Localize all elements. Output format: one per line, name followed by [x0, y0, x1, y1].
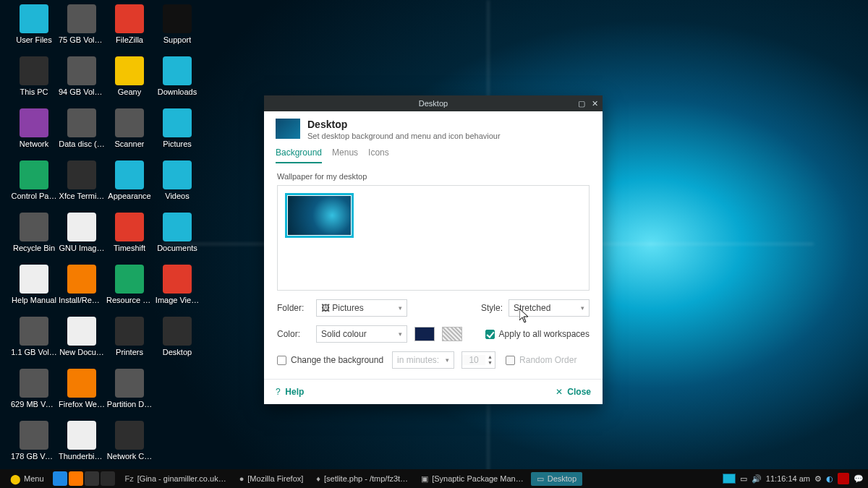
desktop-icon[interactable]: FileZilla — [106, 4, 153, 55]
desktop-icon[interactable]: 75 GB Volu… — [58, 4, 106, 55]
close-button[interactable]: ✕ Close — [556, 387, 591, 397]
desktop-icon[interactable]: Data disc (… — [58, 108, 106, 159]
desktop-icon[interactable]: 1.1 GB Vol… — [10, 317, 58, 367]
wallpaper-picker[interactable] — [277, 185, 590, 291]
desktop-icon[interactable]: New Docu… — [58, 317, 106, 367]
icon-label: Resource U… — [106, 296, 153, 304]
ql-firefox2-icon[interactable] — [69, 471, 83, 486]
icon-label: Control Pa… — [12, 192, 57, 200]
desktop-icon[interactable]: Partition D… — [106, 369, 153, 419]
app-icon — [163, 213, 192, 241]
taskbar-task[interactable]: ●[Mozilla Firefox] — [234, 472, 310, 486]
app-icon — [67, 160, 96, 189]
app-icon — [163, 160, 192, 189]
desktop-icon[interactable]: Network C… — [106, 421, 153, 471]
folder-combo[interactable]: 🖼 Pictures — [316, 299, 407, 317]
desktop-icon[interactable]: Image Vie… — [153, 265, 201, 315]
icon-label: Documents — [157, 244, 197, 252]
color-swatch-secondary[interactable] — [442, 327, 462, 341]
app-icon — [20, 56, 48, 85]
desktop-icon[interactable]: Desktop — [153, 317, 201, 367]
task-label: Desktop — [548, 474, 576, 483]
desktop-icon[interactable]: 94 GB Volu… — [58, 56, 106, 107]
icon-label: 629 MB Vol… — [11, 400, 57, 408]
tray-gear-icon[interactable]: ⚙ — [814, 474, 822, 484]
desktop-icon[interactable]: Printers — [106, 317, 153, 367]
menu-logo-icon: ⬤ — [10, 474, 21, 484]
desktop-icon[interactable]: Appearance — [106, 160, 153, 211]
tray-clock[interactable]: 11:16:14 am — [766, 474, 810, 483]
icon-label: Install/Rem… — [59, 296, 105, 304]
color-swatch-primary[interactable] — [414, 327, 435, 341]
tray-volume-icon[interactable]: 🔊 — [752, 474, 762, 484]
tab-background[interactable]: Background — [276, 145, 322, 163]
desktop-icon[interactable]: Timeshift — [106, 213, 153, 263]
taskbar-task[interactable]: ▣[Synaptic Package Man… — [415, 472, 529, 486]
desktop-icon[interactable]: Install/Rem… — [58, 265, 106, 315]
icon-label: Desktop — [163, 348, 192, 356]
apply-all-workspaces-checkbox[interactable]: Apply to all workspaces — [485, 329, 590, 339]
desktop-icon[interactable]: Videos — [153, 160, 201, 211]
desktop-icon[interactable]: Recycle Bin — [10, 213, 58, 263]
desktop-icon[interactable]: Xfce Termi… — [58, 160, 106, 211]
desktop-icon[interactable]: Network — [10, 108, 58, 159]
desktop-icon[interactable]: This PC — [10, 56, 58, 107]
desktop-icon[interactable]: Support — [153, 4, 201, 55]
style-combo[interactable]: Stretched — [509, 299, 590, 317]
tray-filezilla-icon[interactable] — [838, 473, 849, 484]
desktop-icon[interactable]: User Files — [10, 4, 58, 55]
menu-button[interactable]: ⬤ Menu — [4, 472, 50, 486]
icon-label: Videos — [165, 192, 189, 200]
tray-chat-icon[interactable]: 💬 — [854, 474, 864, 484]
close-window-button[interactable]: ✕ — [590, 98, 600, 108]
tab-menus[interactable]: Menus — [332, 145, 358, 163]
window-titlebar[interactable]: Desktop ▢ ✕ — [264, 95, 603, 111]
desktop-icon[interactable]: 629 MB Vol… — [10, 369, 58, 419]
icon-label: Printers — [116, 348, 143, 356]
maximize-button[interactable]: ▢ — [576, 98, 587, 108]
app-icon — [20, 4, 48, 33]
change-background-checkbox[interactable]: Change the background — [277, 355, 383, 365]
desktop-icon[interactable]: Downloads — [153, 56, 201, 107]
desktop-icon[interactable]: Scanner — [106, 108, 153, 159]
taskbar-task[interactable]: Fz[Gina - ginamiller.co.uk… — [119, 472, 232, 486]
desktop-icon[interactable]: Geany — [106, 56, 153, 107]
desktop-icon[interactable]: Firefox We… — [58, 369, 106, 419]
icon-label: User Files — [16, 35, 52, 44]
help-button[interactable]: ? Help — [276, 387, 304, 397]
wallpaper-thumbnail-selected[interactable] — [285, 193, 354, 238]
color-mode-combo[interactable]: Solid colour — [316, 325, 407, 343]
desktop-icon[interactable]: Documents — [153, 213, 201, 263]
app-icon — [163, 4, 192, 33]
desktop-icon[interactable]: Help Manual — [10, 265, 58, 315]
taskbar-task[interactable]: ♦[setlite.php - /tmp/fz3t… — [310, 472, 414, 486]
app-icon — [20, 421, 48, 450]
desktop-icon[interactable]: 178 GB Vol… — [10, 421, 58, 471]
taskbar-task[interactable]: ▭Desktop — [531, 472, 582, 486]
desktop-icon[interactable]: Control Pa… — [10, 160, 58, 211]
icon-label: FileZilla — [116, 35, 143, 44]
desktop-icon[interactable]: GNU Imag… — [58, 213, 106, 263]
task-icon: ♦ — [316, 474, 320, 483]
workspace-switcher[interactable] — [723, 474, 736, 484]
ql-terminal-icon[interactable] — [85, 471, 99, 486]
ql-firefox-icon[interactable] — [53, 471, 67, 486]
style-label: Style: — [474, 303, 503, 313]
icon-label: Geany — [118, 87, 141, 96]
ql-files-icon[interactable] — [101, 471, 115, 486]
app-icon — [115, 108, 144, 137]
app-icon — [67, 265, 96, 294]
app-icon — [20, 108, 48, 137]
app-icon — [67, 4, 96, 33]
app-icon — [163, 265, 192, 294]
tray-show-desktop-icon[interactable]: ▭ — [740, 474, 747, 484]
icon-label: Pictures — [163, 140, 192, 148]
app-icon — [67, 108, 96, 137]
desktop-icon[interactable]: Resource U… — [106, 265, 153, 315]
app-icon — [20, 369, 48, 398]
desktop-icon[interactable]: Thunderbir… — [58, 421, 106, 471]
tab-icons[interactable]: Icons — [368, 145, 389, 163]
desktop-icon[interactable]: Pictures — [153, 108, 201, 159]
tray-network-icon[interactable]: ◐ — [826, 474, 833, 484]
task-label: [Gina - ginamiller.co.uk… — [137, 474, 226, 483]
